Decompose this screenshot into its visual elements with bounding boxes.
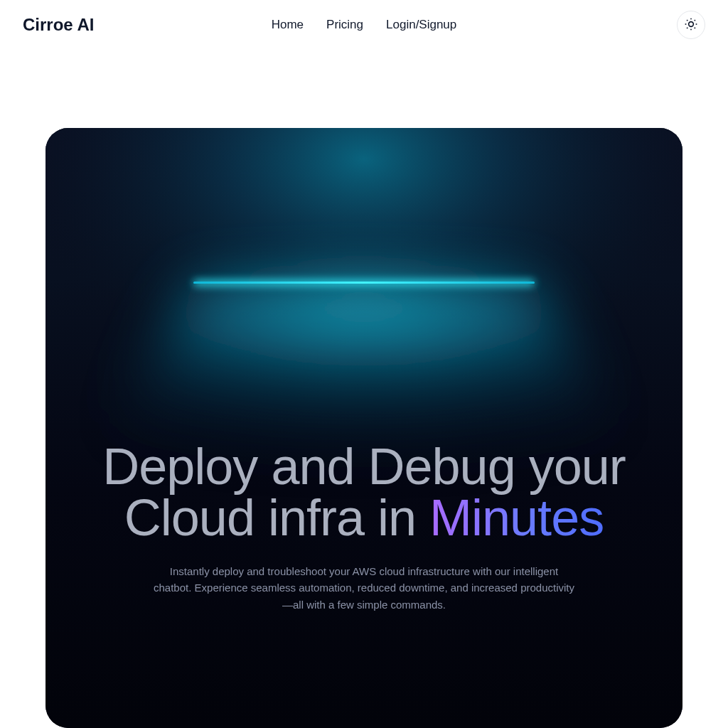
hero-section: Deploy and Debug your Cloud infra in Min… bbox=[0, 128, 728, 728]
nav-login[interactable]: Login/Signup bbox=[386, 18, 456, 32]
nav-home[interactable]: Home bbox=[272, 18, 304, 32]
header: Cirroe AI Home Pricing Login/Signup bbox=[0, 0, 728, 50]
svg-point-0 bbox=[689, 21, 694, 26]
hero-headline-emphasis: Minutes bbox=[429, 489, 604, 546]
top-nav: Home Pricing Login/Signup bbox=[272, 18, 457, 32]
brand-logo-text[interactable]: Cirroe AI bbox=[23, 15, 94, 35]
nav-pricing[interactable]: Pricing bbox=[326, 18, 363, 32]
svg-line-4 bbox=[695, 27, 695, 28]
svg-line-7 bbox=[687, 27, 687, 28]
hero-glow-graphic bbox=[46, 128, 682, 728]
svg-rect-13 bbox=[193, 282, 535, 284]
hero-subtext: Instantly deploy and troubleshoot your A… bbox=[151, 563, 577, 613]
hero-copy: Deploy and Debug your Cloud infra in Min… bbox=[46, 441, 682, 613]
sun-icon bbox=[684, 17, 698, 33]
svg-line-8 bbox=[695, 20, 695, 21]
hero-panel: Deploy and Debug your Cloud infra in Min… bbox=[46, 128, 682, 728]
svg-line-3 bbox=[687, 20, 687, 21]
theme-toggle-button[interactable] bbox=[677, 11, 705, 39]
hero-headline: Deploy and Debug your Cloud infra in Min… bbox=[88, 441, 640, 543]
